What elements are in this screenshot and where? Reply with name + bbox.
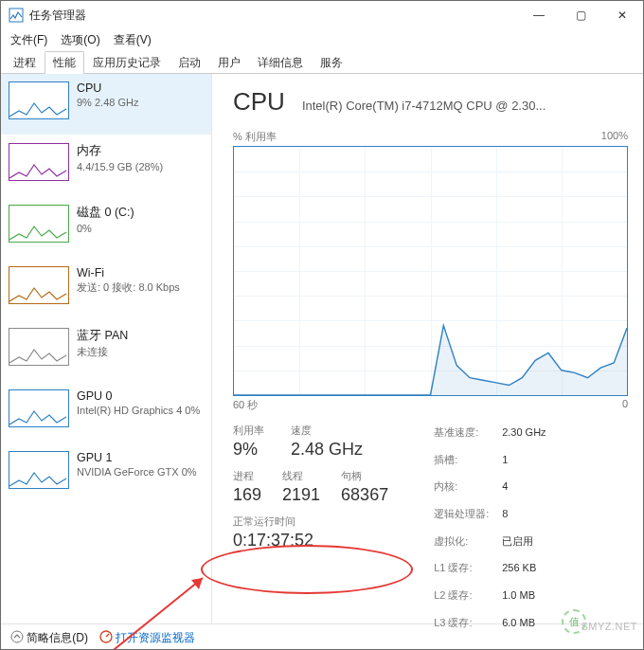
- menu-file[interactable]: 文件(F): [10, 32, 47, 48]
- tab-0[interactable]: 进程: [5, 51, 45, 74]
- chevron-up-circle-icon: [10, 630, 24, 643]
- svg-point-4: [11, 631, 23, 642]
- sidebar-item-title: GPU 0: [77, 389, 200, 403]
- chart-axis-bottom-left: 60 秒: [233, 398, 258, 412]
- sidebar-item-sub: 0%: [77, 223, 134, 236]
- sidebar-item-2[interactable]: 磁盘 0 (C:)0%: [1, 197, 211, 259]
- spec-list: 基准速度:2.30 GHz插槽:1内核:4逻辑处理器:8虚拟化:已启用L1 缓存…: [434, 424, 546, 632]
- sidebar-item-sub: 4.4/15.9 GB (28%): [77, 161, 163, 174]
- sidebar-item-3[interactable]: Wi-Fi发送: 0 接收: 8.0 Kbps: [1, 259, 211, 320]
- sidebar-item-title: CPU: [77, 81, 138, 95]
- chart-axis-bottom-right: 0: [622, 398, 628, 412]
- main-panel: CPU Intel(R) Core(TM) i7-4712MQ CPU @ 2.…: [212, 74, 643, 623]
- spec-row: 逻辑处理器:8: [434, 505, 546, 523]
- sidebar-item-sub: 9% 2.48 GHz: [77, 97, 138, 110]
- sidebar-item-title: GPU 1: [77, 451, 197, 464]
- sidebar-thumb-icon: [9, 81, 69, 119]
- stat-handles-label: 句柄: [341, 469, 388, 483]
- sidebar-item-5[interactable]: GPU 0Intel(R) HD Graphics 4 0%: [1, 382, 211, 443]
- task-manager-window: 任务管理器 — ▢ ✕ 文件(F) 选项(O) 查看(V) 进程性能应用历史记录…: [0, 0, 644, 650]
- svg-line-6: [106, 634, 109, 637]
- window-title: 任务管理器: [29, 8, 518, 24]
- stat-speed-value: 2.48 GHz: [291, 440, 363, 460]
- utilization-chart[interactable]: [233, 146, 628, 396]
- stat-uptime-value: 0:17:37:52: [233, 531, 388, 551]
- sidebar-item-title: Wi-Fi: [77, 266, 180, 280]
- chart-axis-top-left: % 利用率: [233, 130, 277, 144]
- spec-row: L2 缓存:1.0 MB: [434, 587, 546, 605]
- chart-axis-top-right: 100%: [601, 130, 628, 144]
- open-resource-monitor-link[interactable]: 打开资源监视器: [99, 630, 195, 646]
- spec-row: 虚拟化:已启用: [434, 533, 546, 551]
- spec-row: 内核:4: [434, 478, 546, 496]
- stat-processes-value: 169: [233, 485, 261, 505]
- sidebar-thumb-icon: [9, 143, 69, 181]
- tab-1[interactable]: 性能: [45, 51, 84, 74]
- stat-threads-value: 2191: [282, 485, 320, 505]
- stat-utilization-value: 9%: [233, 440, 264, 460]
- app-icon: [9, 8, 24, 23]
- tab-6[interactable]: 服务: [312, 51, 351, 74]
- sidebar-item-sub: 未连接: [77, 346, 128, 359]
- svg-marker-1: [234, 326, 627, 395]
- spec-row: L3 缓存:6.0 MB: [434, 614, 546, 632]
- tab-2[interactable]: 应用历史记录: [84, 51, 170, 74]
- resource-monitor-icon: [99, 630, 113, 643]
- spec-row: 插槽:1: [434, 451, 546, 469]
- spec-row: 基准速度:2.30 GHz: [434, 424, 546, 442]
- stat-threads-label: 线程: [282, 469, 320, 483]
- stat-speed-label: 速度: [291, 424, 363, 438]
- titlebar[interactable]: 任务管理器 — ▢ ✕: [1, 1, 643, 29]
- window-close-button[interactable]: ✕: [601, 1, 643, 29]
- tab-strip: 进程性能应用历史记录启动用户详细信息服务: [1, 50, 643, 74]
- sidebar-thumb-icon: [9, 328, 69, 366]
- metric-title: CPU: [233, 87, 285, 117]
- sidebar-thumb-icon: [9, 266, 69, 304]
- sidebar-item-6[interactable]: GPU 1NVIDIA GeForce GTX 0%: [1, 443, 211, 505]
- menu-view[interactable]: 查看(V): [114, 32, 152, 48]
- window-minimize-button[interactable]: —: [518, 1, 560, 29]
- sidebar-item-title: 蓝牙 PAN: [77, 328, 128, 344]
- fewer-details-toggle[interactable]: 简略信息(D): [10, 630, 88, 646]
- sidebar-item-sub: Intel(R) HD Graphics 4 0%: [77, 405, 200, 418]
- sidebar-item-0[interactable]: CPU9% 2.48 GHz: [1, 74, 211, 135]
- spec-row: L1 缓存:256 KB: [434, 559, 546, 577]
- sidebar-item-1[interactable]: 内存4.4/15.9 GB (28%): [1, 135, 211, 197]
- menu-options[interactable]: 选项(O): [61, 32, 99, 48]
- tab-4[interactable]: 用户: [209, 51, 249, 74]
- sidebar-thumb-icon: [9, 205, 69, 243]
- sidebar-item-4[interactable]: 蓝牙 PAN未连接: [1, 320, 211, 382]
- sidebar-item-sub: 发送: 0 接收: 8.0 Kbps: [77, 281, 180, 295]
- window-maximize-button[interactable]: ▢: [560, 1, 601, 29]
- stat-utilization-label: 利用率: [233, 424, 264, 438]
- stat-uptime-label: 正常运行时间: [233, 515, 388, 529]
- sidebar-item-title: 磁盘 0 (C:): [77, 205, 134, 221]
- sidebar-thumb-icon: [9, 389, 69, 427]
- sidebar-item-sub: NVIDIA GeForce GTX 0%: [77, 466, 197, 479]
- tab-3[interactable]: 启动: [170, 51, 209, 74]
- sidebar-thumb-icon: [9, 451, 69, 489]
- tab-5[interactable]: 详细信息: [249, 51, 312, 74]
- stat-handles-value: 68367: [341, 485, 388, 505]
- menu-bar: 文件(F) 选项(O) 查看(V): [1, 29, 643, 50]
- metric-subtitle: Intel(R) Core(TM) i7-4712MQ CPU @ 2.30..…: [302, 99, 546, 113]
- sidebar-item-title: 内存: [77, 143, 163, 159]
- stat-processes-label: 进程: [233, 469, 261, 483]
- sidebar: CPU9% 2.48 GHz内存4.4/15.9 GB (28%)磁盘 0 (C…: [1, 74, 212, 623]
